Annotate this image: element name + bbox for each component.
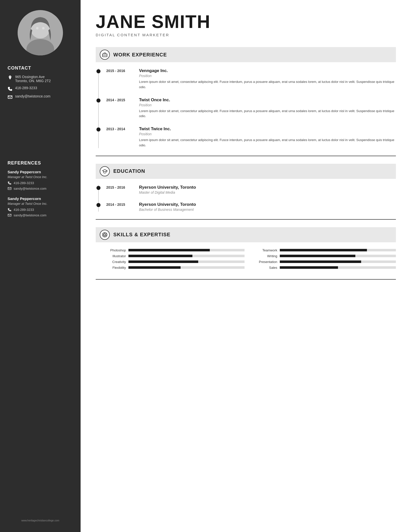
skill-fill-flexibility xyxy=(128,266,181,269)
svg-point-3 xyxy=(36,27,39,29)
skill-fill-presentation xyxy=(280,260,361,263)
edu-date-2: 2014 - 2015 xyxy=(106,202,131,212)
tools-icon xyxy=(102,232,108,238)
work-experience-title: WORK EXPERIENCE xyxy=(113,52,167,58)
skill-bar-illustrator xyxy=(128,255,245,257)
work-desc-3: Lorem ipsum dolor sit amet, consectetur … xyxy=(139,138,396,148)
work-content-3: Twist Twice Inc. Position Lorem ipsum do… xyxy=(139,126,396,148)
timeline-dot-3 xyxy=(96,127,100,131)
work-item-1: 2015 - 2016 Venngage Inc. Position Lorem… xyxy=(106,68,396,90)
email-icon xyxy=(8,94,13,99)
ref2-phone: 416-289-3233 xyxy=(8,208,73,212)
contact-section: CONTACT 965 Ossington Ave Toronto, ON. M… xyxy=(8,65,73,103)
skill-fill-photoshop xyxy=(128,249,210,251)
work-experience-timeline: 2015 - 2016 Venngage Inc. Position Lorem… xyxy=(98,68,396,148)
contact-title: CONTACT xyxy=(8,65,73,71)
skill-presentation: Presentation xyxy=(255,260,396,264)
phone-icon-ref2 xyxy=(8,208,12,212)
skill-bar-photoshop xyxy=(128,249,245,251)
edu-content-1: Ryerson University, Toronto Master of Di… xyxy=(139,185,396,194)
work-company-3: Twist Twice Inc. xyxy=(139,126,396,131)
education-timeline: 2015 - 2016 Ryerson University, Toronto … xyxy=(98,185,396,212)
skill-bar-presentation xyxy=(280,260,396,263)
work-company-1: Venngage Inc. xyxy=(139,68,396,73)
skills-header: SKILLS & EXPERTISE xyxy=(96,227,396,242)
ref2-email: sandy@twistonce.com xyxy=(8,213,73,217)
main-content: JANE SMITH DIGITAL CONTENT MARKETER WORK… xyxy=(81,0,411,532)
skills-grid: Photoshop Illustrator Creativity xyxy=(96,248,396,272)
skill-illustrator: Illustrator xyxy=(103,254,245,258)
tools-icon-circle xyxy=(100,230,110,240)
skill-fill-illustrator xyxy=(128,255,192,257)
candidate-name: JANE SMITH xyxy=(96,13,396,31)
phone-icon xyxy=(8,86,13,91)
work-date-1: 2015 - 2016 xyxy=(106,68,131,90)
skill-flexibility: Flexibility xyxy=(103,266,245,270)
skill-name-creativity: Creativity xyxy=(103,260,126,264)
education-header: EDUCATION xyxy=(96,164,396,179)
contact-address: 965 Ossington Ave Toronto, ON. M6G 2T2 xyxy=(8,75,73,83)
references-section: REFERENCES Sandy Peppercorn Manager at T… xyxy=(8,160,73,223)
skill-photoshop: Photoshop xyxy=(103,248,245,252)
skill-teamwork: Teamwork xyxy=(255,248,396,252)
phone-icon-ref1 xyxy=(8,181,12,185)
work-desc-1: Lorem ipsum dolor sit amet, consectetur … xyxy=(139,79,396,90)
references-title: REFERENCES xyxy=(8,160,73,166)
skill-name-photoshop: Photoshop xyxy=(103,248,126,252)
skill-bar-sales xyxy=(280,266,396,269)
edu-date-1: 2015 - 2016 xyxy=(106,185,131,194)
skill-name-flexibility: Flexibility xyxy=(103,266,126,270)
phone-number: 416-289-3233 xyxy=(15,86,37,90)
skill-name-sales: Sales xyxy=(255,266,277,270)
briefcase-icon xyxy=(102,52,108,57)
skill-fill-teamwork xyxy=(280,249,367,251)
address-line2: Toronto, ON. M6G 2T2 xyxy=(15,79,51,83)
edu-content-2: Ryerson University, Toronto Bachelor of … xyxy=(139,202,396,212)
edu-item-1: 2015 - 2016 Ryerson University, Toronto … xyxy=(106,185,396,194)
contact-phone: 416-289-3233 xyxy=(8,86,73,91)
email-icon-ref2 xyxy=(8,213,12,217)
work-company-2: Twist Once Inc. xyxy=(139,97,396,103)
skill-creativity: Creativity xyxy=(103,260,245,264)
svg-point-4 xyxy=(42,27,45,29)
avatar xyxy=(18,10,63,55)
work-position-3: Position xyxy=(139,132,396,136)
skill-name-teamwork: Teamwork xyxy=(255,248,277,252)
briefcase-icon-circle xyxy=(100,50,110,60)
ref1-name: Sandy Peppercorn xyxy=(8,170,73,174)
timeline-dot-2 xyxy=(96,98,100,103)
graduation-icon-circle xyxy=(100,166,110,176)
skill-writing: Writing xyxy=(255,254,396,258)
skills-section-divider xyxy=(96,279,396,280)
sidebar: CONTACT 965 Ossington Ave Toronto, ON. M… xyxy=(0,0,81,532)
skill-bar-teamwork xyxy=(280,249,396,251)
ref2-title: Manager at Twist Once Inc. xyxy=(8,202,73,206)
work-desc-2: Lorem ipsum dolor sit amet, consectetur … xyxy=(139,109,396,119)
work-item-3: 2013 - 2014 Twist Twice Inc. Position Lo… xyxy=(106,126,396,148)
email-address: sandy@twistonce.com xyxy=(15,94,50,98)
skill-name-writing: Writing xyxy=(255,254,277,258)
work-experience-section: WORK EXPERIENCE 2015 - 2016 Venngage Inc… xyxy=(96,47,396,156)
skill-fill-creativity xyxy=(128,260,198,263)
ref2-name: Sandy Peppercorn xyxy=(8,196,73,201)
reference-1: Sandy Peppercorn Manager at Twist Once I… xyxy=(8,170,73,190)
skill-name-presentation: Presentation xyxy=(255,260,277,264)
edu-item-2: 2014 - 2015 Ryerson University, Toronto … xyxy=(106,202,396,212)
work-section-divider xyxy=(96,156,396,156)
skill-fill-sales xyxy=(280,266,338,269)
skills-right: Teamwork Writing Presentation xyxy=(255,248,396,272)
address-line1: 965 Ossington Ave xyxy=(15,75,51,79)
candidate-job-title: DIGITAL CONTENT MARKETER xyxy=(96,33,396,37)
edu-dot-2 xyxy=(96,203,100,207)
education-title: EDUCATION xyxy=(113,168,145,174)
ref1-email: sandy@twistonce.com xyxy=(8,186,73,190)
work-content-2: Twist Once Inc. Position Lorem ipsum dol… xyxy=(139,97,396,119)
location-icon xyxy=(8,75,13,80)
education-section-divider xyxy=(96,219,396,220)
edu-institution-2: Ryerson University, Toronto xyxy=(139,202,396,207)
reference-2: Sandy Peppercorn Manager at Twist Once I… xyxy=(8,196,73,217)
edu-dot-1 xyxy=(96,186,100,190)
education-section: EDUCATION 2015 - 2016 Ryerson University… xyxy=(96,164,396,220)
work-date-2: 2014 - 2015 xyxy=(106,97,131,119)
graduation-icon xyxy=(102,169,108,174)
